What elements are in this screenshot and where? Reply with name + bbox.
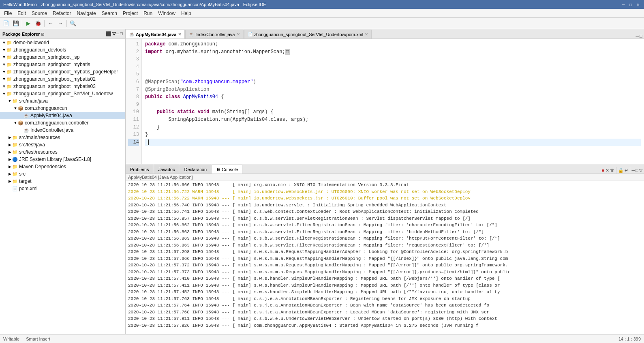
console-word-wrap[interactable]: ↵	[625, 168, 628, 173]
tree-icon: 📁	[12, 150, 18, 155]
console-scroll-lock[interactable]: 🔒	[618, 168, 624, 173]
close-button[interactable]: ✕	[635, 2, 641, 7]
bottom-view-menu[interactable]: ▽	[639, 168, 642, 173]
menu-item-edit[interactable]: Edit	[15, 10, 28, 17]
tree-item[interactable]: ▶📁src/main/resources	[0, 134, 125, 141]
tree-item[interactable]: ▼📁zhongguancun_springboot_mybatis_pageHe…	[0, 68, 125, 75]
tree-label: IndexController.java	[30, 127, 73, 133]
line-number: 14	[128, 139, 139, 146]
pe-menu-btn[interactable]: ▽	[112, 31, 116, 36]
menu-item-help[interactable]: Help	[179, 10, 194, 17]
editor-bottom-container: ☕AppMyBatis04.java✕☕IndexController.java…	[126, 29, 644, 334]
tab-close-btn[interactable]: ✕	[365, 32, 368, 36]
bottom-panel: ProblemsJavadocDeclaration🖥Console ■ ✕ 🗑…	[126, 164, 644, 334]
tab-close-btn[interactable]: ✕	[178, 32, 181, 36]
toolbar-btn-debug[interactable]: 🐞	[34, 19, 43, 28]
bottom-minimize-btn[interactable]: ─	[632, 168, 635, 173]
tab-label: IndexController.java	[195, 32, 235, 37]
bottom-tab[interactable]: 🖥Console	[212, 165, 242, 174]
tree-item[interactable]: ▶📁Maven Dependencies	[0, 163, 125, 170]
editor-tab[interactable]: 📄zhongguancun_springboot_SerVlet_Underto…	[244, 30, 372, 39]
tree-item[interactable]: ▶📁src	[0, 170, 125, 178]
package-explorer-title: Package Explorer ⊠	[2, 32, 44, 36]
console-remove-btn[interactable]: ✕	[605, 168, 609, 173]
tree-item[interactable]: ▼📁zhongguancun_springboot_jsp	[0, 54, 125, 61]
toolbar-btn-forward[interactable]: →	[56, 19, 65, 28]
console-log-line: 2020-10-28 11:21:57.372 INFO 15948 --- […	[128, 262, 642, 269]
tree-item[interactable]: ▼📁zhongguancun_springboot_mybatis02	[0, 75, 125, 83]
toolbar-btn-search[interactable]: 🔍	[68, 19, 77, 28]
toolbar-sep-3	[66, 20, 67, 27]
tree-arrow: ▼	[2, 92, 6, 96]
tab-close-btn[interactable]: ✕	[237, 32, 240, 36]
tree-item[interactable]: ☕IndexController.java	[0, 126, 125, 134]
tree-item[interactable]: ▼📁zhongguancun_springboot_mybatis03	[0, 83, 125, 90]
toolbar-btn-save[interactable]: 💾	[11, 19, 20, 28]
tree-label: zhongguancun_springboot_SerVlet_Undertow	[13, 91, 113, 96]
menu-item-project[interactable]: Project	[120, 10, 140, 17]
tree-icon: 📁	[6, 62, 12, 67]
code-content[interactable]: package com.zhongguancun;import org.myba…	[142, 39, 644, 164]
pe-collapse-btn[interactable]: ⬛	[106, 31, 111, 36]
menu-item-file[interactable]: File	[2, 10, 14, 17]
tree-item[interactable]: ▼📦com.zhongguancun.controller	[0, 119, 125, 126]
tree-icon: 📁	[12, 179, 18, 184]
bottom-tab[interactable]: Declaration	[180, 165, 211, 174]
bottom-tabs: ProblemsJavadocDeclaration🖥Console ■ ✕ 🗑…	[126, 164, 644, 174]
console-sep	[616, 167, 616, 174]
status-writable: Writable	[3, 337, 19, 341]
menu-item-navigate[interactable]: Navigate	[74, 10, 98, 17]
tree-item[interactable]: ▶📁src/test/java	[0, 141, 125, 148]
menu-item-refactor[interactable]: Refactor	[50, 10, 73, 17]
menu-item-search[interactable]: Search	[99, 10, 120, 17]
bottom-tab-label: Console	[222, 167, 238, 172]
editor-tabs: ☕AppMyBatis04.java✕☕IndexController.java…	[126, 29, 644, 39]
tree-label: src/test/java	[19, 142, 45, 148]
tree-label: zhongguancun_springboot_mybatis_pageHelp…	[13, 69, 118, 75]
tree-item[interactable]: ▼📁zhongguancun_devtools	[0, 46, 125, 54]
menu-item-run[interactable]: Run	[141, 10, 155, 17]
editor-tab[interactable]: ☕AppMyBatis04.java✕	[126, 30, 185, 39]
tab-icon: 📄	[248, 32, 252, 36]
tree-icon: 📁	[6, 77, 12, 82]
pe-minimize-btn[interactable]: ─	[116, 31, 120, 36]
tree-item[interactable]: ▶📁target	[0, 178, 125, 185]
console-log-line: 2020-10-28 11:21:57.811 INFO 15948 --- […	[128, 315, 642, 322]
bottom-tab[interactable]: Problems	[126, 165, 153, 174]
console-log-line: 2020-10-28 11:21:57.826 INFO 15948 --- […	[128, 322, 642, 329]
tree-item[interactable]: 📄pom.xml	[0, 185, 125, 192]
toolbar-btn-new[interactable]: 📄	[2, 19, 11, 28]
pe-maximize-btn[interactable]: □	[120, 31, 123, 36]
bottom-maximize-btn[interactable]: □	[635, 168, 638, 173]
line-number: 7	[128, 86, 139, 94]
code-line: }	[145, 124, 641, 131]
status-right: 14 : 1 : 399	[618, 337, 641, 341]
console-log-line: 2020-10-28 11:21:56.862 INFO 15948 --- […	[128, 222, 642, 229]
toolbar-btn-back[interactable]: ←	[46, 19, 55, 28]
tree-item[interactable]: ▼📁zhongguancun_springboot_SerVlet_Undert…	[0, 90, 125, 97]
console-clear-btn[interactable]: 🗑	[610, 168, 614, 173]
maximize-button[interactable]: □	[628, 2, 633, 7]
bottom-tab[interactable]: Javadoc	[154, 165, 179, 174]
editor-tab[interactable]: ☕IndexController.java✕	[185, 30, 243, 39]
tree-item[interactable]: ▶🔵JRE System Library [JavaSE-1.8]	[0, 156, 125, 163]
tree-item[interactable]: ▼📁src/main/java	[0, 97, 125, 105]
tree-icon: 🔵	[12, 157, 18, 162]
tree-item[interactable]: ▼📁zhongguancun_springboot_mybatis	[0, 61, 125, 68]
toolbar-btn-run[interactable]: ▶	[24, 19, 33, 28]
console-stop-btn[interactable]: ■	[602, 168, 605, 173]
editor-tab-maximize[interactable]: □	[640, 34, 642, 39]
minimize-button[interactable]: ─	[620, 2, 626, 7]
tree-icon: 📁	[12, 172, 18, 177]
tab-label: zhongguancun_springboot_SerVlet_Undertow…	[254, 32, 364, 37]
menu-item-source[interactable]: Source	[29, 10, 49, 17]
editor-tab-minimize[interactable]: ─	[636, 34, 639, 39]
tree-label: target	[19, 178, 32, 184]
tree-item[interactable]: ▶📁src/test/resources	[0, 148, 125, 156]
tree-item[interactable]: ☕AppMyBatis04.java	[0, 112, 125, 119]
tree-icon: 📦	[18, 120, 24, 126]
menu-item-window[interactable]: Window	[156, 10, 178, 17]
tree-item[interactable]: ▼📦com.zhongguancun	[0, 105, 125, 112]
tree-icon: ☕	[24, 113, 29, 118]
tree-item[interactable]: ▼📁demo-helloworld	[0, 39, 125, 46]
